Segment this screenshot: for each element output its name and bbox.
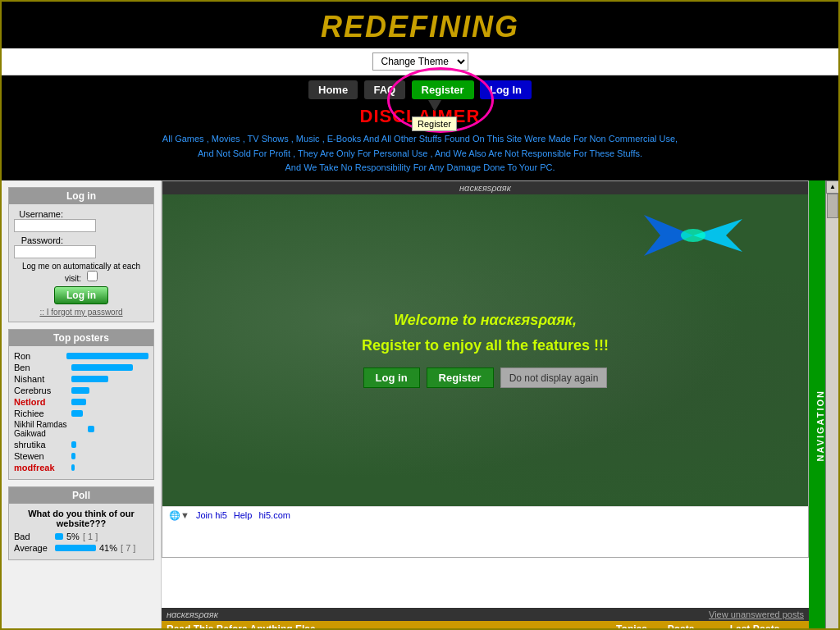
right-nav: NAVIGATION	[809, 180, 825, 630]
poster-bar-richiee	[71, 410, 83, 417]
forum-section-header: нαcкεяsραяк View unanswered posts	[162, 608, 809, 621]
password-row: Password:	[14, 235, 148, 258]
poll-question: What do you think of our website???	[14, 509, 148, 528]
hi5-content: Welcome to нαcкεяsραяк, Register to enjo…	[162, 194, 808, 506]
poster-bar-modfreak	[71, 464, 75, 471]
poster-name-modfreak: modfreak	[14, 463, 71, 472]
login-button[interactable]: Log in	[54, 286, 108, 304]
top-posters-box: Top posters Ron Ben Nishant Cerebrus	[8, 329, 154, 480]
header: REDEFINING	[2, 2, 838, 48]
forum-section-name: нαcкεяsραяк	[167, 609, 218, 619]
forgot-password: :: I forgot my password	[14, 308, 148, 317]
poster-row-modfreak: modfreak	[14, 463, 148, 472]
theme-bar: Change Theme	[2, 48, 838, 75]
page-wrapper: REDEFINING Change Theme Home FAQ Registe…	[0, 0, 840, 630]
poll-option-average: Average 41% [ 7 ]	[14, 543, 148, 553]
poster-bar-ron	[66, 353, 148, 359]
cursor-arrow	[428, 100, 441, 112]
hi5-bird-icon	[644, 211, 742, 260]
right-nav-text: NAVIGATION	[815, 390, 825, 461]
password-label: Password:	[14, 235, 63, 245]
username-label: Username:	[14, 209, 63, 219]
hi5-login-button[interactable]: Log in	[363, 368, 420, 388]
center-content: нαcкεяsραяк Welcome to нαcкεяsραяк, Regi…	[162, 180, 809, 630]
hi5-nodisplay-button[interactable]: Do not display again	[500, 368, 608, 388]
poster-bar-nikhil	[88, 426, 94, 432]
nav-home[interactable]: Home	[308, 80, 358, 99]
poster-row-nikhil: Nikhil Ramdas Gaikwad	[14, 420, 148, 438]
poll-title: Poll	[9, 487, 153, 504]
site-title: REDEFINING	[321, 6, 519, 48]
hi5-title-bar: нαcкεяsραяк	[162, 181, 808, 194]
hi5-subtitle: Register to enjoy all the features !!!	[362, 337, 609, 354]
poster-row-ben: Ben	[14, 363, 148, 372]
nav-login[interactable]: Log In	[480, 80, 532, 99]
col-header-topics: Topics	[607, 623, 656, 630]
password-input[interactable]	[14, 245, 96, 258]
login-box-title: Log in	[9, 188, 153, 204]
scrollbar-track	[826, 194, 838, 630]
col-header-topic: Read This Before Anything Else	[167, 623, 607, 630]
poster-name-nikhil: Nikhil Ramdas Gaikwad	[14, 420, 88, 438]
poster-row-stewen: Stewen	[14, 451, 148, 461]
col-header-lastpost: Last Posts	[705, 623, 804, 630]
username-input[interactable]	[14, 219, 96, 232]
poster-name-netlord: Netlord	[14, 397, 71, 407]
poster-name-cerebrus: Cerebrus	[14, 386, 71, 395]
poster-row-ron: Ron	[14, 351, 148, 361]
theme-dropdown[interactable]: Change Theme	[372, 52, 468, 71]
poster-bar-ben	[71, 364, 133, 371]
username-row: Username:	[14, 209, 148, 232]
poster-row-richiee: Richiee	[14, 409, 148, 418]
col-header-posts: Posts	[656, 623, 705, 630]
poster-row-shrutika: shrutika	[14, 440, 148, 450]
hi5-site-link[interactable]: hi5.com	[258, 510, 290, 520]
nav-register[interactable]: Register	[412, 80, 474, 99]
forum-section: нαcкεяsραяк View unanswered posts Read T…	[162, 608, 809, 630]
left-sidebar: Log in Username: Password: Log me on aut…	[2, 180, 162, 630]
hi5-help-link[interactable]: Help	[234, 510, 253, 520]
poster-name-richiee: Richiee	[14, 409, 71, 418]
poll-option-bad: Bad 5% [ 1 ]	[14, 532, 148, 541]
scrollbar-right: ▲ ▼	[825, 180, 838, 630]
warning-text: All Games , Movies , TV Shows , Music , …	[2, 129, 838, 180]
login-box: Log in Username: Password: Log me on aut…	[8, 187, 154, 322]
hi5-welcome-text: Welcome to нαcкεяsραяк,	[394, 312, 577, 329]
forum-table-header: Read This Before Anything Else Topics Po…	[162, 621, 809, 630]
forgot-password-link[interactable]: :: I forgot my password	[39, 308, 122, 317]
poster-name-ron: Ron	[14, 351, 66, 361]
nav-bar: Home FAQ Register Log In Register	[2, 75, 838, 104]
auto-login-checkbox[interactable]	[87, 271, 98, 281]
hi5-overlay: нαcкεяsραяк Welcome to нαcкεяsραяк, Regi…	[162, 180, 809, 558]
scrollbar-thumb[interactable]	[827, 194, 838, 218]
poster-bar-shrutika	[71, 441, 76, 448]
scrollbar-up-button[interactable]: ▲	[826, 180, 839, 194]
poster-bar-cerebrus	[71, 387, 89, 394]
poll-box: Poll What do you think of our website???…	[8, 486, 154, 560]
poster-row-nishant: Nishant	[14, 374, 148, 384]
hi5-globe-icon: 🌐▼	[169, 510, 189, 521]
poster-bar-netlord	[71, 399, 86, 405]
auto-login-row: Log me on automatically at each visit:	[14, 262, 148, 283]
poll-bar-average	[55, 545, 96, 551]
hi5-footer: 🌐▼ Join hi5 Help hi5.com	[162, 506, 808, 524]
hi5-join-link[interactable]: Join hi5	[196, 510, 227, 520]
poll-bar-bad	[55, 533, 63, 540]
poster-name-stewen: Stewen	[14, 451, 71, 461]
poster-bar-stewen	[71, 453, 75, 459]
nav-faq[interactable]: FAQ	[364, 80, 406, 99]
poster-name-nishant: Nishant	[14, 374, 71, 384]
poster-row-cerebrus: Cerebrus	[14, 386, 148, 395]
register-tooltip: Register	[412, 116, 457, 131]
hi5-register-button[interactable]: Register	[427, 368, 494, 388]
poster-row-netlord: Netlord	[14, 397, 148, 407]
svg-point-2	[681, 229, 705, 242]
main-content: Log in Username: Password: Log me on aut…	[2, 180, 838, 630]
poster-name-ben: Ben	[14, 363, 71, 372]
poster-bar-nishant	[71, 376, 108, 382]
hi5-buttons: Log in Register Do not display again	[363, 368, 608, 388]
poster-name-shrutika: shrutika	[14, 440, 71, 450]
view-unanswered-link[interactable]: View unanswered posts	[709, 609, 804, 619]
top-posters-title: Top posters	[9, 330, 153, 346]
